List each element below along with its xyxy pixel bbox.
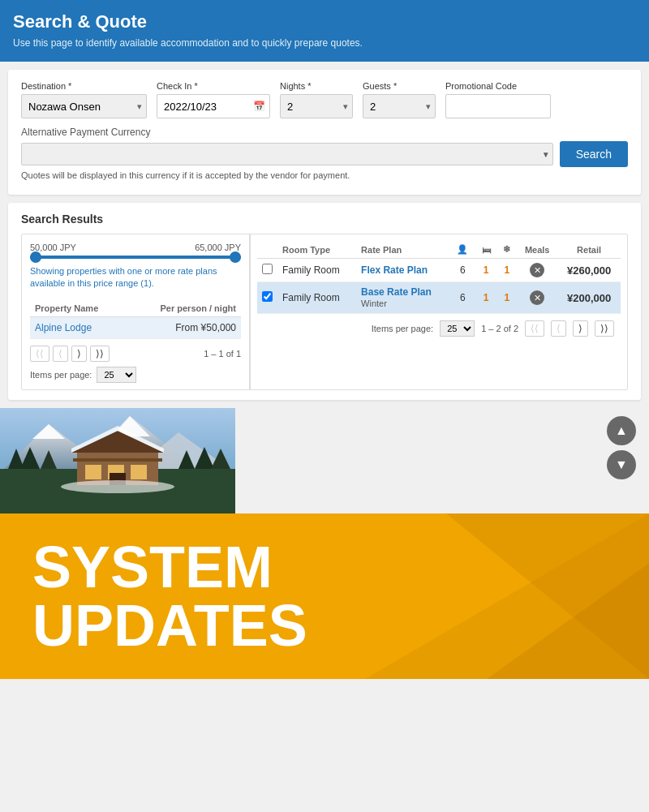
price-range: 50,000 JPY 65,000 JPY [30,243,241,252]
property-image-svg [0,408,235,513]
property-items-per-page: Items per page: 25 50 100 [30,367,241,383]
price-slider[interactable] [30,256,241,259]
meals-cell: ✕ [517,259,557,282]
svg-rect-16 [85,465,101,479]
alt-payment-select-wrapper: ▾ [21,143,553,165]
search-button[interactable]: Search [560,141,628,167]
property-price: From ¥50,000 [127,316,241,338]
bed-icon: 🛏 [482,245,491,255]
rate-next-page-btn[interactable]: ⟩ [573,320,588,337]
system-updates-text: SYSTEM UPDATES [32,538,307,655]
rate-page-info: 1 – 2 of 2 [481,324,518,333]
col-per-person: Per person / night [127,300,241,317]
property-list-panel: 50,000 JPY 65,000 JPY Showing properties… [22,234,249,389]
triangle-decoration [324,513,649,679]
meals-x-icon: ✕ [530,263,544,277]
col-property-name: Property Name [30,300,127,317]
snowflake-icon: ❄ [503,244,510,254]
room-type-cell: Family Room [277,282,356,314]
rate-plan-cell: Flex Rate Plan [356,259,450,282]
col-bed-icon: 🛏 [475,241,497,259]
items-per-page-label: Items per page: [30,370,92,380]
property-image-area: ▲ ▼ [0,408,649,513]
guests-num: 6 [450,282,475,314]
rate-checkbox[interactable] [262,264,273,274]
rate-checkbox-cell [257,259,277,282]
property-page-info: 1 – 1 of 1 [204,349,241,359]
promo-field: Promotional Code [445,81,551,118]
page-header: Search & Quote Use this page to identify… [0,0,649,62]
rate-pagination: Items per page: 25 50 1 – 2 of 2 ⟨⟨ ⟨ ⟩ … [257,314,621,337]
table-row[interactable]: Alpine Lodge From ¥50,000 [30,316,241,338]
guests-field: Guests * 2 1 3 4 [363,81,436,118]
col-guests-icon: 👤 [450,241,475,259]
guests-select[interactable]: 2 1 3 4 [363,94,436,118]
rate-items-per-page-select[interactable]: 25 50 [440,320,475,337]
col-retail: Retail [557,241,621,259]
checkin-label: Check In * [157,81,270,91]
alt-payment-section: Alternative Payment Currency ▾ Search Qu… [21,127,628,180]
system-updates-banner: SYSTEM UPDATES [0,513,649,679]
room-type-cell: Family Room [277,259,356,282]
extra-num: 1 [497,259,518,282]
first-page-btn[interactable]: ⟨⟨ [30,346,49,362]
bottom-area: ▲ ▼ SYSTEM UPDATES [0,408,649,679]
calendar-icon: 📅 [253,101,265,112]
rate-plan-sub: Winter [361,299,387,308]
svg-rect-19 [73,458,162,462]
promo-label: Promotional Code [445,81,551,91]
rate-checkbox[interactable] [262,291,273,302]
rate-checkbox-cell [257,282,277,314]
rate-items-per-page-label: Items per page: [372,324,433,333]
retail-price: ¥260,000 [557,259,621,282]
beds-num: 1 [475,259,497,282]
items-per-page-select[interactable]: 25 50 100 [97,367,136,383]
list-item: Family Room Base Rate Plan Winter 6 1 1 … [257,282,621,314]
system-updates-line1: SYSTEM [32,538,307,596]
col-meals: Meals [517,241,557,259]
guests-label: Guests * [363,81,436,91]
meals-cell: ✕ [517,282,557,314]
rate-prev-page-btn[interactable]: ⟨ [551,320,566,337]
scroll-up-button[interactable]: ▲ [607,416,636,445]
destination-field: Destination * Nozawa Onsen [21,81,147,118]
search-results-container: Search Results 50,000 JPY 65,000 JPY Sho… [8,203,641,400]
nights-label: Nights * [280,81,353,91]
meals-x-icon: ✕ [530,290,544,305]
svg-rect-18 [131,465,147,479]
destination-label: Destination * [21,81,147,91]
page-title: Search & Quote [13,11,636,32]
retail-price: ¥200,000 [557,282,621,314]
alt-payment-select[interactable] [21,143,553,165]
page-subtitle: Use this page to identify available acco… [13,37,636,49]
guests-num: 6 [450,259,475,282]
quotes-note: Quotes will be displayed in this currenc… [21,170,628,180]
prev-page-btn[interactable]: ⟨ [53,346,68,362]
rate-last-page-btn[interactable]: ⟩⟩ [595,320,614,337]
beds-num: 1 [475,282,497,314]
nights-field: Nights * 2 1 3 4 5 7 [280,81,353,118]
scroll-buttons: ▲ ▼ [607,416,636,479]
promo-input[interactable] [445,94,551,118]
col-rate-plan: Rate Plan [356,241,450,259]
rate-plans-panel: Room Type Rate Plan 👤 🛏 ❄ Meals Retail [250,234,627,389]
rate-plans-table: Room Type Rate Plan 👤 🛏 ❄ Meals Retail [257,241,621,314]
system-updates-line2: UPDATES [32,596,307,655]
scroll-down-button[interactable]: ▼ [607,450,636,479]
col-room-type: Room Type [277,241,356,259]
property-name: Alpine Lodge [30,316,127,338]
rate-plan-name: Base Rate Plan [361,286,432,298]
checkin-field: Check In * 📅 [157,81,270,118]
list-item: Family Room Flex Rate Plan 6 1 1 ✕ ¥260,… [257,259,621,282]
destination-select[interactable]: Nozawa Onsen [21,94,147,118]
rate-first-page-btn[interactable]: ⟨⟨ [525,320,544,337]
results-panel: 50,000 JPY 65,000 JPY Showing properties… [21,234,628,390]
search-form: Destination * Nozawa Onsen Check In * 📅 … [8,70,641,195]
price-note: Showing properties with one or more rate… [30,265,241,290]
property-table: Property Name Per person / night Alpine … [30,300,241,339]
nights-select[interactable]: 2 1 3 4 5 7 [280,94,353,118]
rate-plan-cell: Base Rate Plan Winter [356,282,450,314]
alt-payment-label: Alternative Payment Currency [21,127,628,138]
last-page-btn[interactable]: ⟩⟩ [90,346,110,362]
next-page-btn[interactable]: ⟩ [71,346,87,362]
